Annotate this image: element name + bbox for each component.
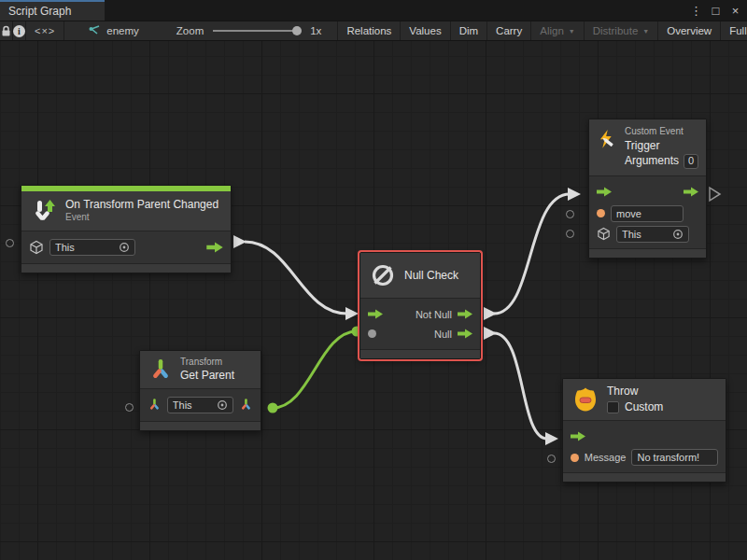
event-name-field[interactable]: move bbox=[611, 205, 684, 222]
arguments-label: Arguments bbox=[625, 154, 679, 168]
graph-name-label: enemy bbox=[106, 25, 139, 36]
arguments-field[interactable]: 0 bbox=[684, 154, 698, 169]
node-category: Transform bbox=[180, 357, 234, 369]
message-label: Message bbox=[585, 452, 627, 463]
target-value: This bbox=[173, 399, 213, 411]
gameobject-cube-icon bbox=[29, 240, 44, 255]
target-field[interactable]: This bbox=[49, 239, 135, 256]
zoom-slider-knob[interactable] bbox=[292, 26, 302, 35]
value-input-port-icon[interactable] bbox=[571, 454, 579, 462]
node-category: Custom Event bbox=[625, 126, 698, 138]
value-port[interactable] bbox=[6, 239, 14, 247]
node-title: Trigger bbox=[625, 139, 698, 153]
lock-button[interactable] bbox=[0, 21, 13, 40]
node-header: Custom Event Trigger Arguments 0 bbox=[589, 119, 706, 175]
values-button[interactable]: Values bbox=[401, 21, 450, 40]
object-picker-icon[interactable] bbox=[217, 399, 228, 411]
custom-checkbox[interactable] bbox=[607, 401, 619, 413]
flow-output-port-icon[interactable] bbox=[458, 309, 472, 319]
maximize-icon[interactable]: □ bbox=[708, 2, 724, 19]
wire-end-arrow-icon bbox=[568, 188, 581, 201]
graph-toolbar: i <×> enemy Zoom 1x Relations Values Dim… bbox=[0, 21, 747, 41]
distribute-label: Distribute bbox=[593, 25, 639, 36]
dim-button[interactable]: Dim bbox=[451, 21, 487, 40]
code-view-button[interactable]: <×> bbox=[26, 21, 64, 40]
custom-event-icon bbox=[597, 126, 617, 154]
target-field[interactable]: This bbox=[616, 226, 689, 243]
node-null-check[interactable]: Null Check Not Null Null bbox=[359, 252, 481, 359]
value-input-port-icon[interactable] bbox=[368, 329, 376, 338]
wire-getparent-to-nullcheck bbox=[273, 331, 357, 408]
wire-value-dot-icon bbox=[268, 403, 278, 413]
unconnected-flow-port-icon bbox=[710, 188, 720, 201]
target-value: This bbox=[55, 242, 115, 253]
graph-canvas[interactable]: On Transform Parent Changed Event This bbox=[0, 41, 747, 560]
transform-port-icon[interactable] bbox=[148, 398, 162, 412]
transform-output-port-icon[interactable] bbox=[239, 398, 253, 412]
carry-label: Carry bbox=[496, 25, 522, 36]
flow-output-port-icon[interactable] bbox=[206, 242, 223, 253]
transform-icon bbox=[148, 357, 173, 382]
flow-input-port-icon[interactable] bbox=[571, 431, 585, 441]
value-port[interactable] bbox=[125, 403, 134, 412]
flow-input-port-icon[interactable] bbox=[597, 187, 612, 197]
wire-notnull-to-trigger bbox=[494, 194, 570, 314]
close-icon[interactable]: × bbox=[727, 2, 743, 19]
node-title: Throw bbox=[607, 385, 663, 399]
target-value: This bbox=[622, 229, 669, 240]
zoom-slider[interactable] bbox=[213, 30, 297, 32]
align-button[interactable]: Align ▼ bbox=[531, 21, 585, 40]
zoom-control: Zoom 1x bbox=[168, 21, 331, 40]
node-trigger-custom-event[interactable]: Custom Event Trigger Arguments 0 bbox=[588, 119, 707, 259]
fullscreen-label: Full Screen bbox=[729, 25, 747, 36]
node-footer bbox=[21, 263, 231, 273]
chevron-down-icon: ▼ bbox=[569, 28, 575, 35]
wire-end-arrow-icon bbox=[345, 307, 359, 320]
message-field[interactable]: No transform! bbox=[631, 449, 718, 466]
value-port[interactable] bbox=[566, 210, 574, 218]
inspect-button[interactable]: i bbox=[13, 21, 26, 40]
value-port[interactable] bbox=[566, 230, 574, 238]
wire-event-to-nullcheck bbox=[245, 242, 347, 314]
fullscreen-button[interactable]: Full Screen bbox=[721, 21, 747, 40]
event-name-value: move bbox=[616, 208, 678, 219]
chevron-down-icon: ▼ bbox=[642, 28, 649, 35]
graph-asset-icon bbox=[88, 25, 101, 36]
null-check-icon bbox=[369, 261, 397, 289]
value-port[interactable] bbox=[547, 455, 556, 463]
node-get-parent[interactable]: Transform Get Parent This bbox=[139, 350, 261, 431]
node-header: Throw Custom bbox=[563, 379, 726, 420]
node-title: Null Check bbox=[404, 269, 458, 282]
tab-title: Script Graph bbox=[8, 5, 71, 18]
node-on-transform-parent-changed[interactable]: On Transform Parent Changed Event This bbox=[21, 185, 232, 273]
relations-button[interactable]: Relations bbox=[338, 21, 401, 40]
code-view-icon: <×> bbox=[35, 25, 55, 36]
node-throw[interactable]: Throw Custom Message No transform! bbox=[562, 378, 726, 483]
value-input-port-icon[interactable] bbox=[597, 209, 605, 217]
port-label-not-null: Not Null bbox=[416, 309, 452, 320]
node-footer bbox=[563, 472, 726, 482]
target-field[interactable]: This bbox=[167, 397, 233, 413]
distribute-button[interactable]: Distribute ▼ bbox=[585, 21, 659, 40]
flow-output-port-icon[interactable] bbox=[458, 329, 472, 339]
node-footer bbox=[360, 349, 480, 358]
node-header: Null Check bbox=[360, 253, 480, 298]
window-tab-bar: Script Graph ⋮ □ × bbox=[0, 0, 747, 21]
object-picker-icon[interactable] bbox=[672, 229, 684, 240]
carry-button[interactable]: Carry bbox=[487, 21, 531, 40]
graph-name-area: enemy bbox=[79, 21, 148, 40]
menu-icon[interactable]: ⋮ bbox=[688, 2, 704, 19]
node-title: Get Parent bbox=[180, 369, 234, 383]
node-header: On Transform Parent Changed Event bbox=[21, 191, 231, 231]
gameobject-cube-icon[interactable] bbox=[597, 227, 611, 241]
dim-label: Dim bbox=[459, 25, 478, 36]
overview-button[interactable]: Overview bbox=[658, 21, 721, 40]
object-picker-icon[interactable] bbox=[119, 242, 130, 253]
flow-output-port-icon[interactable] bbox=[684, 187, 698, 197]
flow-input-port-icon[interactable] bbox=[368, 309, 383, 319]
throw-error-icon bbox=[571, 385, 599, 413]
node-header: Transform Get Parent bbox=[140, 351, 261, 388]
tab-script-graph[interactable]: Script Graph bbox=[0, 0, 105, 21]
info-icon: i bbox=[13, 25, 25, 37]
relations-label: Relations bbox=[346, 25, 391, 36]
